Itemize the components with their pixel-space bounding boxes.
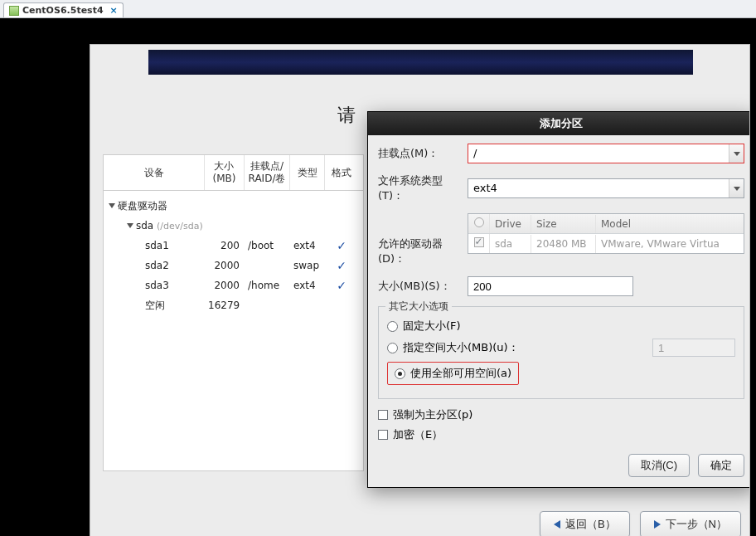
group-title: 其它大小选项 bbox=[385, 300, 452, 314]
col-drive-model: Model bbox=[596, 215, 744, 233]
radio-header-icon bbox=[474, 217, 484, 227]
radio-fillto-label: 指定空间大小(MB)(u)： bbox=[403, 340, 519, 355]
encrypt-check[interactable]: 加密（E） bbox=[378, 427, 744, 442]
fstype-label: 文件系统类型(T)： bbox=[378, 173, 461, 203]
col-device[interactable]: 设备 bbox=[104, 155, 205, 190]
mount-point-combo[interactable]: / bbox=[468, 144, 744, 163]
arrow-left-icon bbox=[554, 520, 560, 529]
chevron-down-icon[interactable] bbox=[729, 179, 744, 197]
drives-label: 允许的驱动器(D)： bbox=[378, 213, 461, 266]
partition-table-header: 设备 大小 (MB) 挂载点/ RAID/卷 类型 格式 bbox=[104, 155, 363, 191]
part-type: ext4 bbox=[290, 240, 325, 251]
part-size: 200 bbox=[205, 240, 245, 251]
vm-tab-title: CentOS6.5test4 bbox=[22, 5, 104, 16]
wizard-nav: 返回（B） 下一步（N） bbox=[540, 511, 741, 536]
part-dev: sda1 bbox=[104, 240, 205, 251]
part-size: 16279 bbox=[205, 300, 245, 311]
table-row[interactable]: sda3 2000 /home ext4 ✓ bbox=[104, 275, 363, 295]
part-size: 2000 bbox=[205, 280, 245, 291]
part-dev: sda2 bbox=[104, 260, 205, 271]
arrow-right-icon bbox=[654, 520, 661, 529]
drive-size: 20480 MB bbox=[531, 235, 596, 253]
drive-row[interactable]: sda 20480 MB VMware, VMware Virtua bbox=[468, 234, 744, 253]
hdd-group-label: 硬盘驱动器 bbox=[118, 200, 167, 212]
disk-path: (/dev/sda) bbox=[157, 221, 203, 231]
table-row[interactable]: sda2 2000 swap ✓ bbox=[104, 256, 363, 275]
other-size-group: 其它大小选项 固定大小(F) 指定空间大小(MB)(u)： bbox=[378, 306, 744, 399]
col-type[interactable]: 类型 bbox=[290, 155, 325, 190]
fstype-combo[interactable]: ext4 bbox=[468, 178, 744, 198]
radio-fixed-label: 固定大小(F) bbox=[403, 319, 461, 334]
drive-model: VMware, VMware Virtua bbox=[596, 235, 744, 253]
check-icon: ✓ bbox=[337, 279, 346, 292]
vm-viewport: 请 设备 大小 (MB) 挂载点/ RAID/卷 类型 格式 硬盘驱动器 sda… bbox=[0, 18, 756, 536]
radio-icon[interactable] bbox=[387, 321, 398, 332]
installer-window: 请 设备 大小 (MB) 挂载点/ RAID/卷 类型 格式 硬盘驱动器 sda… bbox=[90, 44, 750, 536]
next-button[interactable]: 下一步（N） bbox=[640, 511, 741, 536]
partition-table-body: 硬盘驱动器 sda (/dev/sda) sda1 200 /boot ext4… bbox=[104, 191, 363, 320]
part-dev: sda3 bbox=[104, 280, 205, 291]
part-mount: /home bbox=[245, 280, 290, 291]
chevron-down-icon[interactable] bbox=[109, 203, 115, 208]
vm-icon bbox=[9, 6, 19, 16]
part-mount: /boot bbox=[245, 240, 290, 251]
next-label: 下一步（N） bbox=[666, 517, 727, 532]
part-type: ext4 bbox=[290, 280, 325, 291]
col-drive: Drive bbox=[490, 215, 531, 233]
radio-fixed[interactable]: 固定大小(F) bbox=[387, 319, 735, 334]
close-icon[interactable]: × bbox=[110, 5, 118, 16]
radio-icon[interactable] bbox=[395, 368, 405, 379]
radio-fillall[interactable]: 使用全部可用空间(a) bbox=[387, 362, 735, 385]
col-size[interactable]: 大小 (MB) bbox=[205, 155, 245, 190]
disk-name: sda bbox=[136, 220, 153, 231]
fstype-value: ext4 bbox=[468, 179, 729, 197]
page-title: 请 bbox=[337, 103, 356, 128]
add-partition-dialog: 添加分区 挂载点(M)： / 文件系统类型(T)： ext4 bbox=[367, 111, 750, 488]
table-group-row[interactable]: 硬盘驱动器 bbox=[104, 196, 363, 216]
vm-tab-bar: CentOS6.5test4 × bbox=[0, 0, 756, 18]
drive-checkbox[interactable] bbox=[474, 237, 484, 247]
ok-button[interactable]: 确定 bbox=[698, 454, 744, 477]
part-dev: 空闲 bbox=[104, 299, 205, 313]
radio-fillall-label: 使用全部可用空间(a) bbox=[410, 366, 511, 381]
col-drive-size: Size bbox=[531, 215, 596, 233]
force-primary-check[interactable]: 强制为主分区(p) bbox=[378, 407, 744, 422]
allowed-drives-table[interactable]: Drive Size Model sda 20480 MB VMware, VM… bbox=[468, 213, 744, 254]
table-disk-row[interactable]: sda (/dev/sda) bbox=[104, 216, 363, 236]
encrypt-label: 加密（E） bbox=[393, 427, 443, 442]
radio-fillto[interactable]: 指定空间大小(MB)(u)： bbox=[387, 339, 735, 357]
back-button[interactable]: 返回（B） bbox=[540, 511, 630, 536]
chevron-down-icon[interactable] bbox=[127, 223, 133, 228]
col-format[interactable]: 格式 bbox=[325, 155, 358, 190]
vm-tab[interactable]: CentOS6.5test4 × bbox=[3, 2, 124, 17]
part-size: 2000 bbox=[205, 260, 245, 271]
partition-table: 设备 大小 (MB) 挂载点/ RAID/卷 类型 格式 硬盘驱动器 sda (… bbox=[103, 154, 364, 471]
fillto-input bbox=[652, 339, 735, 357]
mount-label: 挂载点(M)： bbox=[378, 146, 461, 161]
checkbox-icon[interactable] bbox=[378, 430, 388, 440]
back-label: 返回（B） bbox=[565, 517, 616, 532]
installer-banner bbox=[148, 50, 693, 75]
check-icon: ✓ bbox=[337, 259, 346, 272]
size-label: 大小(MB)(S)： bbox=[378, 279, 461, 294]
table-row[interactable]: sda1 200 /boot ext4 ✓ bbox=[104, 236, 363, 256]
size-input[interactable] bbox=[468, 276, 633, 296]
dialog-title: 添加分区 bbox=[368, 112, 750, 135]
force-primary-label: 强制为主分区(p) bbox=[393, 407, 472, 422]
table-row[interactable]: 空闲 16279 bbox=[104, 295, 363, 315]
mount-point-value: / bbox=[468, 144, 729, 163]
checkbox-icon[interactable] bbox=[378, 410, 388, 420]
check-icon: ✓ bbox=[337, 239, 346, 252]
cancel-button[interactable]: 取消(C) bbox=[628, 454, 690, 477]
chevron-down-icon[interactable] bbox=[729, 144, 744, 163]
drive-name: sda bbox=[490, 235, 531, 253]
part-type: swap bbox=[290, 260, 325, 271]
col-mount[interactable]: 挂载点/ RAID/卷 bbox=[245, 155, 290, 190]
radio-icon[interactable] bbox=[387, 343, 398, 353]
drive-table-header: Drive Size Model bbox=[468, 214, 744, 234]
